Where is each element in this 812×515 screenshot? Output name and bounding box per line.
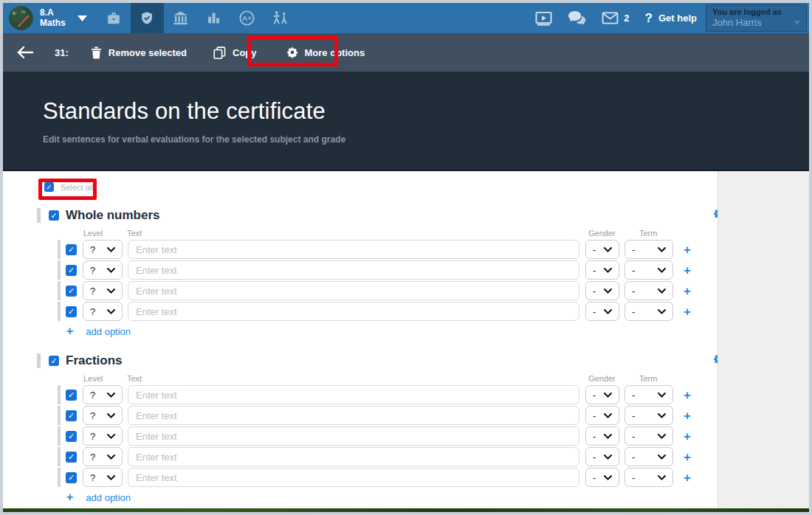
term-select[interactable]: - bbox=[625, 302, 673, 321]
standard-section: ✓ Whole numbers Level Text Gender Term ✓… bbox=[3, 208, 718, 337]
svg-text:√x: √x bbox=[21, 10, 25, 14]
page-subtitle: Edit sentences for verbal evaluations fo… bbox=[43, 134, 809, 145]
a-plus-icon[interactable]: A+ bbox=[230, 3, 264, 33]
chevron-down-icon bbox=[794, 21, 801, 25]
section-header: ✓ Whole numbers bbox=[37, 208, 718, 223]
text-input[interactable] bbox=[128, 260, 579, 280]
add-row-plus-button[interactable]: + bbox=[684, 451, 691, 463]
copy-button[interactable]: Copy bbox=[213, 46, 257, 59]
add-row-plus-button[interactable]: + bbox=[684, 305, 691, 318]
standard-row: ✓ ? - - + bbox=[58, 468, 718, 487]
row-checkbox[interactable]: ✓ bbox=[66, 431, 77, 442]
row-checkbox[interactable]: ✓ bbox=[66, 390, 77, 401]
term-select[interactable]: - bbox=[625, 240, 673, 259]
level-select[interactable]: ? bbox=[83, 281, 123, 300]
add-row-plus-button[interactable]: + bbox=[684, 264, 691, 277]
text-input[interactable] bbox=[128, 468, 579, 487]
row-checkbox[interactable]: ✓ bbox=[66, 265, 77, 276]
shield-check-icon[interactable] bbox=[131, 3, 164, 33]
add-row-plus-button[interactable]: + bbox=[684, 471, 691, 484]
main-nav-tabs: A+ bbox=[97, 3, 297, 33]
level-select[interactable]: ? bbox=[83, 426, 123, 446]
section-header: ✓ Fractions bbox=[37, 353, 718, 368]
level-column-label: Level bbox=[83, 229, 103, 238]
class-switcher[interactable]: ±· √x 8.A Maths bbox=[9, 6, 87, 30]
row-checkbox[interactable]: ✓ bbox=[66, 452, 77, 463]
text-input[interactable] bbox=[128, 385, 579, 404]
gender-select[interactable]: - bbox=[585, 260, 619, 280]
back-button[interactable] bbox=[16, 46, 34, 59]
add-row-plus-button[interactable]: + bbox=[684, 285, 691, 297]
svg-text:±·: ±· bbox=[13, 10, 17, 15]
students-icon[interactable] bbox=[264, 3, 297, 33]
gender-select[interactable]: - bbox=[585, 385, 619, 404]
gender-select[interactable]: - bbox=[585, 447, 619, 466]
term-select[interactable]: - bbox=[625, 260, 673, 280]
add-row-plus-button[interactable]: + bbox=[684, 409, 691, 422]
gender-select[interactable]: - bbox=[585, 240, 619, 259]
text-input[interactable] bbox=[128, 447, 579, 466]
term-select[interactable]: - bbox=[625, 447, 673, 466]
drag-handle-bar bbox=[58, 260, 61, 280]
select-all-checkbox[interactable]: ✓ bbox=[44, 182, 54, 192]
row-checkbox[interactable]: ✓ bbox=[66, 410, 77, 421]
level-select[interactable]: ? bbox=[83, 260, 123, 280]
level-select[interactable]: ? bbox=[83, 240, 123, 259]
remove-selected-button[interactable]: Remove selected bbox=[91, 46, 187, 59]
term-select[interactable]: - bbox=[625, 281, 673, 300]
level-select[interactable]: ? bbox=[83, 468, 123, 487]
section-checkbox[interactable]: ✓ bbox=[49, 210, 59, 221]
standard-section: ✓ Fractions Level Text Gender Term ✓ ? - bbox=[3, 353, 718, 503]
user-name: John Harris bbox=[712, 17, 800, 28]
user-menu[interactable]: You are logged as John Harris bbox=[706, 4, 807, 32]
gender-select[interactable]: - bbox=[585, 426, 619, 446]
level-select[interactable]: ? bbox=[83, 406, 123, 425]
text-input[interactable] bbox=[128, 240, 579, 259]
more-options-button[interactable]: More options bbox=[286, 46, 365, 58]
gender-column-label: Gender bbox=[588, 374, 616, 383]
term-select[interactable]: - bbox=[625, 406, 673, 425]
term-select[interactable]: - bbox=[625, 385, 673, 404]
gender-select[interactable]: - bbox=[585, 302, 619, 321]
term-select[interactable]: - bbox=[625, 426, 673, 446]
add-row-plus-button[interactable]: + bbox=[684, 243, 691, 256]
level-select[interactable]: ? bbox=[83, 302, 123, 321]
row-checkbox[interactable]: ✓ bbox=[66, 472, 77, 483]
add-row-plus-button[interactable]: + bbox=[684, 430, 691, 443]
row-checkbox[interactable]: ✓ bbox=[66, 306, 77, 317]
add-option-link[interactable]: + add option bbox=[66, 491, 718, 503]
text-input[interactable] bbox=[128, 426, 579, 446]
trash-icon bbox=[91, 46, 102, 59]
text-input[interactable] bbox=[128, 406, 579, 425]
topbar-utilities: 2 ? Get help bbox=[535, 10, 697, 26]
add-row-plus-button[interactable]: + bbox=[684, 389, 691, 401]
level-select[interactable]: ? bbox=[83, 385, 123, 404]
gender-select[interactable]: - bbox=[585, 281, 619, 300]
class-avatar: ±· √x bbox=[9, 6, 33, 30]
row-checkbox[interactable]: ✓ bbox=[66, 286, 77, 297]
text-input[interactable] bbox=[128, 302, 579, 321]
get-help-button[interactable]: ? Get help bbox=[645, 11, 697, 26]
chat-icon[interactable] bbox=[568, 10, 586, 26]
desktop-edge-strip bbox=[3, 508, 809, 512]
standard-row: ✓ ? - - + bbox=[58, 406, 718, 425]
column-labels: Level Text Gender Term bbox=[3, 374, 718, 385]
standard-row: ✓ ? - - + bbox=[58, 447, 718, 466]
chevron-down-icon bbox=[78, 15, 87, 21]
row-checkbox[interactable]: ✓ bbox=[66, 244, 77, 255]
briefcase-icon[interactable] bbox=[97, 3, 131, 33]
cast-icon[interactable] bbox=[535, 11, 552, 26]
mail-menu[interactable]: 2 bbox=[602, 12, 629, 24]
level-select[interactable]: ? bbox=[83, 447, 123, 466]
section-checkbox[interactable]: ✓ bbox=[49, 356, 59, 366]
add-option-link[interactable]: + add option bbox=[66, 325, 718, 337]
select-all-row: ✓ Select all bbox=[44, 182, 718, 192]
term-select[interactable]: - bbox=[625, 468, 673, 487]
logged-as-label: You are logged as bbox=[712, 7, 800, 16]
gender-select[interactable]: - bbox=[585, 468, 619, 487]
gender-select[interactable]: - bbox=[585, 406, 619, 425]
drag-handle-bar bbox=[58, 302, 61, 321]
text-input[interactable] bbox=[128, 281, 579, 300]
institution-icon[interactable] bbox=[164, 3, 197, 33]
bar-chart-icon[interactable] bbox=[197, 3, 230, 33]
